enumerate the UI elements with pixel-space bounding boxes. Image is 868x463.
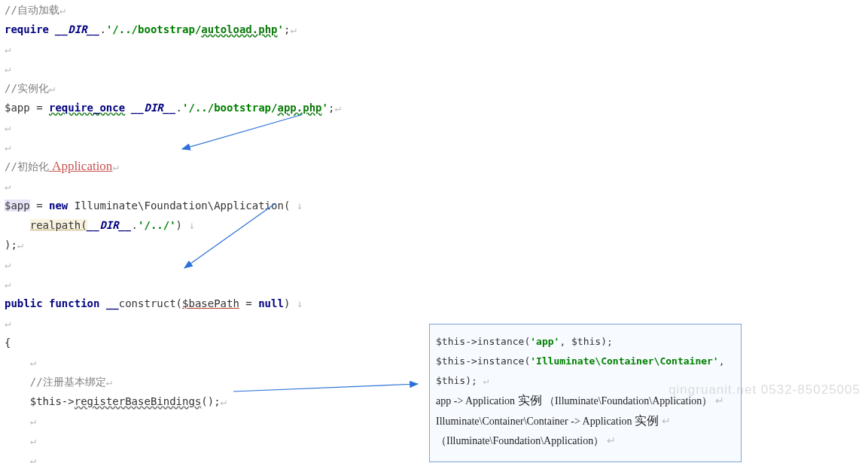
return-mark: ↵ — [5, 180, 11, 192]
text: ) — [176, 219, 182, 231]
text: Illuminate\Container\Container -> Applic… — [436, 416, 635, 427]
indent — [5, 376, 30, 388]
keyword-public: public — [5, 297, 43, 309]
blank-line: ↵ — [5, 274, 868, 294]
down-mark: ↓ — [297, 200, 303, 212]
code-line: //自动加载↵ — [5, 0, 868, 20]
func-realpath: realpath( — [30, 219, 87, 231]
tooltip-line: （Illuminate\Foundation\Application） ↵ — [436, 431, 735, 451]
app-title: Application — [49, 159, 113, 173]
string: '/../bootstrap/ — [182, 102, 277, 114]
text: = — [30, 102, 49, 114]
return-mark: ↵ — [5, 278, 11, 290]
text-cn: 实例 — [518, 394, 542, 407]
string: ' — [278, 23, 284, 35]
indent — [5, 454, 30, 463]
text: app -> Application — [436, 395, 518, 407]
return-mark: ↵ — [30, 356, 36, 368]
text: . — [132, 219, 138, 231]
class-name: Illuminate\Foundation\Application( — [68, 200, 290, 212]
return-mark: ↵ — [49, 82, 55, 94]
comment: //实例化 — [5, 82, 49, 94]
return-mark: ↵ — [5, 62, 11, 75]
return-mark: ↵ — [662, 416, 671, 427]
indent — [5, 434, 30, 446]
brace: { — [5, 337, 11, 349]
down-mark: ↓ — [297, 297, 303, 309]
return-mark: ↵ — [5, 317, 11, 329]
string: '/../' — [138, 219, 176, 231]
indent — [5, 219, 30, 231]
return-mark: ↵ — [5, 121, 11, 133]
string: 'Illuminate\Container\Container' — [530, 355, 718, 367]
indent — [5, 415, 30, 427]
code-line: $app = new Illuminate\Foundation\Applica… — [5, 196, 868, 215]
code-line: //初始化 Application↵ — [5, 157, 868, 176]
indent — [5, 356, 30, 368]
comment: //自动加载 — [5, 4, 59, 16]
param: $basePath — [182, 297, 239, 309]
string: 'app' — [530, 336, 559, 347]
code-line: $app = require_once __DIR__.'/../bootstr… — [5, 98, 868, 117]
keyword-require-once: require_once — [49, 102, 125, 114]
blank-line: ↵ — [5, 39, 868, 59]
text: $this->instance( — [436, 336, 530, 347]
text: $this->instance( — [436, 355, 530, 367]
text: （Illuminate\Foundation\Application） — [436, 435, 604, 446]
text: , $this); — [559, 336, 612, 347]
keyword-require: require — [5, 23, 49, 35]
func-name: construct( — [119, 297, 182, 309]
down-mark: ↓ — [188, 219, 194, 231]
return-mark: ↵ — [112, 160, 118, 172]
method-name: registerBaseBindings — [75, 395, 202, 407]
return-mark: ↵ — [334, 102, 340, 114]
string-path: autoload.php — [201, 23, 277, 35]
code-line: realpath(__DIR__.'/../') ↓ — [5, 215, 868, 235]
return-mark: ↵ — [30, 454, 36, 463]
text: = — [239, 297, 258, 309]
return-mark: ↵ — [30, 415, 36, 427]
blank-line: ↵ — [5, 137, 868, 157]
code-line: require __DIR__.'/../bootstrap/autoload.… — [5, 20, 868, 39]
return-mark: ↵ — [30, 434, 36, 446]
variable: $app — [5, 200, 30, 212]
indent — [5, 395, 30, 407]
text: ) — [284, 297, 290, 309]
comment: //注册基本绑定 — [30, 376, 106, 388]
code-line: //实例化↵ — [5, 78, 868, 98]
return-mark: ↵ — [607, 435, 616, 446]
return-mark: ↵ — [5, 43, 11, 55]
blank-line: ↵ — [5, 254, 868, 274]
keyword-new: new — [49, 200, 68, 212]
string: '/../bootstrap/ — [106, 23, 201, 35]
string-path: app.php — [277, 102, 321, 114]
magic-dir: __DIR__ — [87, 219, 132, 231]
code-line: public function __construct($basePath = … — [5, 294, 868, 313]
return-mark: ↵ — [59, 4, 65, 16]
text: . — [99, 23, 105, 35]
variable: $app — [5, 102, 30, 114]
return-mark: ↵ — [5, 141, 11, 153]
blank-line: ↵ — [5, 117, 868, 137]
return-mark: ↵ — [17, 239, 23, 251]
magic-dir: __DIR__ — [55, 23, 99, 35]
dunder: __ — [106, 297, 119, 309]
text: ); — [5, 239, 17, 251]
return-mark: ↵ — [221, 395, 227, 407]
keyword-function: function — [43, 297, 106, 309]
this-call: $this-> — [30, 395, 75, 407]
string: ' — [322, 102, 328, 114]
watermark: qingruanit.net 0532-85025005 — [669, 380, 860, 400]
blank-line: ↵ — [5, 176, 868, 196]
return-mark: ↵ — [483, 375, 489, 386]
return-mark: ↵ — [5, 258, 11, 270]
text-cn: 实例 — [635, 414, 659, 427]
return-mark: ↵ — [290, 23, 296, 35]
text: (); — [201, 395, 220, 407]
return-mark: ↵ — [106, 376, 112, 388]
keyword-null: null — [258, 297, 284, 309]
tooltip-line: $this->instance('app', $this); — [436, 332, 735, 352]
blank-line: ↵ — [5, 59, 868, 78]
comment: //初始化 — [5, 160, 49, 172]
text: . — [176, 102, 182, 114]
